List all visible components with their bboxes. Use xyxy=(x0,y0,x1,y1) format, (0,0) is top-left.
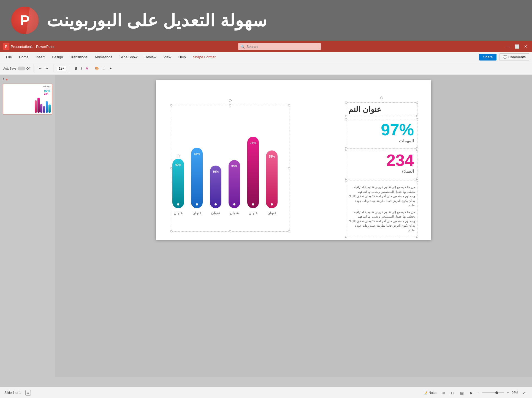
handle-mr xyxy=(288,167,290,169)
thumb-bar-5 xyxy=(37,98,40,113)
reading-view-button[interactable]: ▤ xyxy=(459,389,465,396)
bar-item-3[interactable]: 30% عنوان xyxy=(210,166,221,215)
notes-label: Notes xyxy=(429,391,437,395)
status-right: 📝 Notes ⊞ ⊟ ▤ ▶ − + 96% ⤢ xyxy=(424,389,528,396)
share-button[interactable]: Share xyxy=(479,54,496,61)
stat1-handle-tl xyxy=(345,118,347,120)
bar-item-1[interactable]: 40% عنوان xyxy=(172,159,184,215)
brand-header: P سهولة التعديل على البوربوينت xyxy=(0,0,532,41)
restore-button[interactable]: ⬜ xyxy=(513,43,520,50)
italic-button[interactable]: I xyxy=(79,66,83,71)
status-left: Slide 1 of 1 ≡ xyxy=(4,390,31,396)
undo-redo-group: ↩ ↪ xyxy=(36,66,51,71)
bar-percent-4: 39% xyxy=(231,164,237,168)
rotate-icon[interactable] xyxy=(229,99,232,102)
slide-title: عنوان النم xyxy=(348,105,381,114)
comments-button[interactable]: 💬 Comments xyxy=(499,53,529,61)
stat-number-2: 234 xyxy=(349,152,414,169)
close-button[interactable]: ✕ xyxy=(522,43,529,50)
notes-panel-icon[interactable]: ≡ xyxy=(25,390,31,396)
bar-capsule-3: 30% xyxy=(210,166,221,208)
minimize-button[interactable]: — xyxy=(504,43,512,50)
bar-item-2[interactable]: 55% عنوان xyxy=(191,148,203,215)
bar-label-4: عنوان xyxy=(230,211,239,215)
slide-number-row: 1 ★ xyxy=(3,78,52,81)
slide-panel: 1 ★ عنوان النص 97% 234 xyxy=(0,75,55,377)
handle-ml xyxy=(170,167,172,169)
fill-button[interactable]: 🎨 xyxy=(93,66,101,71)
menu-file[interactable]: File xyxy=(3,53,15,61)
handle-bm xyxy=(229,230,231,232)
thumb-bar-6 xyxy=(35,100,37,113)
bar-item-6[interactable]: 55% عنوان xyxy=(266,150,278,215)
zoom-thumb xyxy=(495,391,498,394)
shape-tools-group: 🎨 ◻ ✦ xyxy=(92,66,115,71)
chart-area[interactable]: 40% عنوان 55% عنوان xyxy=(172,137,278,215)
zoom-slider[interactable] xyxy=(482,392,504,393)
logo-letter: P xyxy=(20,12,30,29)
main-area: 1 ★ عنوان النص 97% 234 xyxy=(0,75,532,377)
thumb-stat1: 97% xyxy=(44,89,50,92)
slide-canvas[interactable]: 40% عنوان 55% عنوان xyxy=(156,80,431,240)
separator-2 xyxy=(53,65,53,72)
menu-review[interactable]: Review xyxy=(141,53,160,61)
menu-view[interactable]: View xyxy=(160,53,175,61)
slide-sorter-button[interactable]: ⊟ xyxy=(449,389,456,396)
redo-button[interactable]: ↪ xyxy=(44,66,50,71)
slide-canvas-area[interactable]: 40% عنوان 55% عنوان xyxy=(55,75,532,377)
slide-thumbnail[interactable]: عنوان النص 97% 234 xyxy=(3,84,52,114)
outline-button[interactable]: ◻ xyxy=(101,66,107,71)
thumb-stat2: 234 xyxy=(44,92,48,95)
notes-button[interactable]: 📝 Notes xyxy=(424,391,437,395)
effects-button[interactable]: ✦ xyxy=(108,66,114,71)
bar-item-5[interactable]: 75% عنوان xyxy=(247,137,259,215)
search-input[interactable] xyxy=(238,43,321,50)
bar-dot-2 xyxy=(196,203,198,205)
search-wrapper[interactable]: 🔍 xyxy=(238,43,321,50)
normal-view-button[interactable]: ⊞ xyxy=(440,389,447,396)
menu-insert[interactable]: Insert xyxy=(32,53,48,61)
search-area[interactable]: 🔍 xyxy=(238,43,321,50)
undo-button[interactable]: ↩ xyxy=(37,66,43,71)
stat-label-2: العملاء xyxy=(349,169,414,174)
menu-help[interactable]: Help xyxy=(175,53,189,61)
menu-slideshow[interactable]: Slide Show xyxy=(116,53,141,61)
handle-bl xyxy=(170,230,172,232)
slideshow-button[interactable]: ▶ xyxy=(468,389,475,396)
bar-label-6: عنوان xyxy=(267,211,276,215)
thumb-bar-4 xyxy=(40,104,42,113)
font-size-input[interactable]: 12+ xyxy=(57,66,66,71)
notes-icon: 📝 xyxy=(424,391,428,395)
menu-animations[interactable]: Animations xyxy=(91,53,116,61)
status-bar: Slide 1 of 1 ≡ 📝 Notes ⊞ ⊟ ▤ ▶ − + 96% ⤢ xyxy=(0,387,532,398)
bold-button[interactable]: B xyxy=(73,66,79,71)
font-color-button[interactable]: A xyxy=(84,66,90,71)
bar-capsule-6: 55% xyxy=(266,150,278,208)
stat2-box[interactable]: 234 العملاء xyxy=(346,150,417,179)
desc-handle-tr xyxy=(416,179,418,182)
title-selection-box[interactable]: عنوان النم xyxy=(346,102,417,116)
rotate-handle-1 xyxy=(177,155,180,157)
slide-star: ★ xyxy=(6,78,8,81)
zoom-minus[interactable]: − xyxy=(477,391,479,395)
stat2-handle-tl xyxy=(345,149,347,151)
bar-item-4[interactable]: 39% عنوان xyxy=(229,160,240,215)
ribbon-right-actions: Share 💬 Comments xyxy=(479,53,529,61)
comments-label: Comments xyxy=(508,55,526,59)
stat1-box[interactable]: 97% المهمات xyxy=(346,119,417,149)
zoom-plus[interactable]: + xyxy=(507,391,509,395)
slide-info: Slide 1 of 1 xyxy=(4,391,21,395)
description-box[interactable]: من منا لا يطمح إلى تقديم عروض تقديمية اح… xyxy=(346,180,417,237)
autosave-label: AutoSave xyxy=(3,67,17,70)
handle-br xyxy=(288,230,290,232)
window-controls: — ⬜ ✕ xyxy=(504,43,529,50)
menu-design[interactable]: Design xyxy=(48,53,66,61)
autosave-toggle[interactable] xyxy=(18,67,25,70)
bar-percent-2: 55% xyxy=(194,152,200,155)
menu-shape-format[interactable]: Shape Format xyxy=(189,53,219,61)
menu-transitions[interactable]: Transitions xyxy=(67,53,91,61)
powerpoint-icon: P xyxy=(3,43,9,50)
autosave-state: Off xyxy=(26,67,30,70)
fit-slide-button[interactable]: ⤢ xyxy=(521,389,528,396)
menu-home[interactable]: Home xyxy=(16,53,32,61)
